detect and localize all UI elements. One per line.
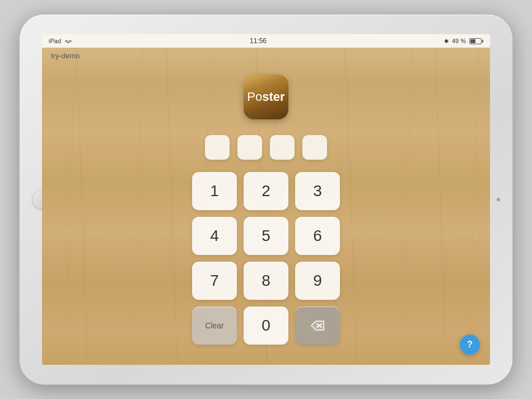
help-button[interactable]: ? bbox=[460, 335, 480, 355]
key-2[interactable]: 2 bbox=[244, 172, 288, 210]
key-7[interactable]: 7 bbox=[192, 262, 237, 300]
app-name-label: try-demo bbox=[51, 52, 80, 60]
status-bar: iPad 11:56 ✱ 49 % bbox=[42, 34, 490, 48]
pin-dot-1 bbox=[205, 135, 230, 160]
backspace-icon bbox=[311, 321, 324, 331]
key-1[interactable]: 1 bbox=[192, 172, 237, 210]
center-content: Poster 1 2 3 4 5 bbox=[42, 63, 490, 365]
key-3[interactable]: 3 bbox=[295, 172, 340, 210]
key-8[interactable]: 8 bbox=[244, 262, 288, 300]
app-bar: try-demo bbox=[42, 48, 490, 63]
pin-dots-row bbox=[205, 135, 327, 160]
key-6[interactable]: 6 bbox=[295, 217, 340, 255]
keypad: 1 2 3 4 5 6 7 8 9 Clear 0 bbox=[192, 172, 340, 345]
key-9[interactable]: 9 bbox=[295, 262, 340, 300]
poster-app-icon: Poster bbox=[244, 75, 288, 119]
wifi-icon bbox=[64, 38, 72, 44]
key-5[interactable]: 5 bbox=[244, 217, 288, 255]
battery-icon bbox=[469, 38, 483, 44]
bluetooth-icon: ✱ bbox=[444, 38, 449, 44]
pin-dot-2 bbox=[237, 135, 262, 160]
help-button-label: ? bbox=[467, 340, 473, 350]
ipad-screen: iPad 11:56 ✱ 49 % bbox=[42, 34, 490, 365]
status-left: iPad bbox=[49, 38, 72, 44]
pin-dot-4 bbox=[302, 135, 327, 160]
pin-dot-3 bbox=[270, 135, 295, 160]
clear-button[interactable]: Clear bbox=[192, 307, 237, 345]
camera-dot bbox=[497, 198, 500, 201]
screen-background: iPad 11:56 ✱ 49 % bbox=[42, 34, 490, 365]
status-time: 11:56 bbox=[250, 37, 267, 45]
app-icon-text: Poster bbox=[247, 90, 284, 104]
carrier-label: iPad bbox=[49, 38, 61, 44]
ipad-frame: iPad 11:56 ✱ 49 % bbox=[20, 15, 512, 384]
key-0[interactable]: 0 bbox=[244, 307, 288, 345]
status-right: ✱ 49 % bbox=[444, 38, 483, 44]
battery-pct-label: 49 % bbox=[452, 38, 466, 44]
backspace-button[interactable] bbox=[295, 307, 340, 345]
key-4[interactable]: 4 bbox=[192, 217, 237, 255]
